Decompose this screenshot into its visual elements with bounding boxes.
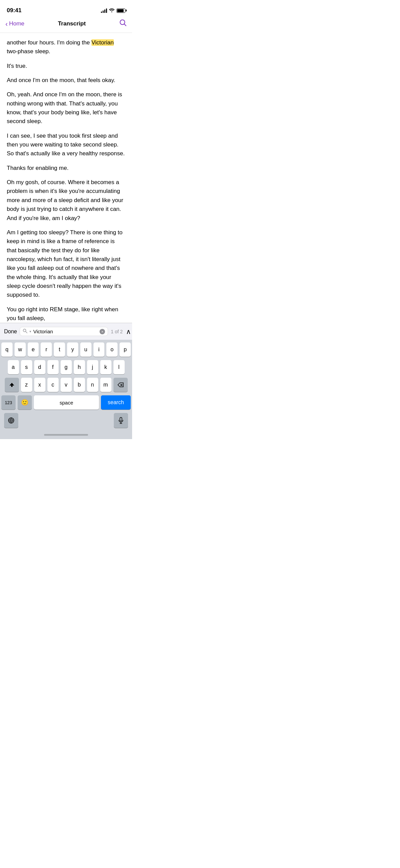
search-button[interactable]: [119, 19, 127, 28]
key-d[interactable]: d: [34, 360, 45, 374]
key-v[interactable]: v: [61, 378, 72, 392]
status-time: 09:41: [7, 7, 21, 14]
paragraph-7: Oh my gosh, of course. Where it becomes …: [7, 178, 125, 223]
back-label: Home: [9, 20, 24, 27]
paragraph-6: Thanks for enabling me.: [7, 164, 125, 173]
key-t[interactable]: t: [54, 342, 65, 357]
svg-rect-8: [120, 417, 122, 421]
key-numbers[interactable]: 123: [1, 395, 16, 410]
battery-icon: [117, 8, 125, 13]
key-o[interactable]: o: [106, 342, 118, 357]
paragraph-4: Oh, yeah. And once I'm on the moon, ther…: [7, 90, 125, 126]
find-count: 1 of 2: [111, 329, 123, 334]
key-z[interactable]: z: [21, 378, 32, 392]
keyboard-row-4: 123 🙂 space search: [1, 395, 131, 410]
home-indicator: [0, 432, 132, 439]
find-input-wrap: ▾ ×: [20, 327, 108, 336]
svg-line-1: [124, 24, 126, 26]
key-e[interactable]: e: [28, 342, 39, 357]
back-button[interactable]: ‹ Home: [5, 20, 24, 27]
key-h[interactable]: h: [74, 360, 85, 374]
page-title: Transcript: [58, 20, 86, 27]
transcript-content: another four hours. I'm doing the Victor…: [0, 33, 132, 323]
status-icons: [101, 8, 125, 13]
key-shift[interactable]: [5, 378, 19, 392]
key-r[interactable]: r: [41, 342, 52, 357]
paragraph-9: You go right into REM stage, like right …: [7, 305, 125, 323]
key-space[interactable]: space: [34, 395, 99, 410]
key-n[interactable]: n: [87, 378, 98, 392]
key-w[interactable]: w: [15, 342, 26, 357]
key-search[interactable]: search: [101, 395, 131, 410]
find-nav-buttons: ∧ ∨: [125, 328, 132, 336]
paragraph-5: I can see, I see that you took first sle…: [7, 132, 125, 158]
key-mic[interactable]: [114, 413, 128, 428]
paragraph-3: And once I'm on the moon, that feels oka…: [7, 76, 125, 85]
back-chevron-icon: ‹: [5, 20, 8, 27]
find-chevron-icon: ▾: [29, 330, 31, 333]
key-delete[interactable]: [113, 378, 128, 392]
key-x[interactable]: x: [34, 378, 45, 392]
home-bar: [44, 434, 88, 436]
keyboard-row-3: z x c v b n m: [1, 378, 131, 392]
wifi-icon: [109, 8, 114, 13]
key-q[interactable]: q: [1, 342, 13, 357]
key-l[interactable]: l: [113, 360, 125, 374]
keyboard: q w e r t y u i o p a s d f g h j k l z …: [0, 340, 132, 432]
keyboard-row-1: q w e r t y u i o p: [1, 342, 131, 357]
key-c[interactable]: c: [47, 378, 59, 392]
find-bar: Done ▾ × 1 of 2 ∧ ∨: [0, 323, 132, 340]
key-globe[interactable]: [4, 413, 18, 428]
find-done-button[interactable]: Done: [4, 329, 17, 335]
key-f[interactable]: f: [47, 360, 59, 374]
key-p[interactable]: p: [120, 342, 131, 357]
nav-bar: ‹ Home Transcript: [0, 16, 132, 33]
key-s[interactable]: s: [21, 360, 32, 374]
key-y[interactable]: y: [67, 342, 78, 357]
status-bar: 09:41: [0, 0, 132, 16]
find-prev-button[interactable]: ∧: [125, 328, 132, 336]
key-u[interactable]: u: [80, 342, 91, 357]
key-i[interactable]: i: [93, 342, 105, 357]
key-k[interactable]: k: [100, 360, 111, 374]
svg-point-2: [23, 329, 26, 332]
paragraph-2: It's true.: [7, 62, 125, 71]
key-g[interactable]: g: [61, 360, 72, 374]
find-input[interactable]: [33, 329, 98, 334]
signal-icon: [101, 8, 107, 13]
svg-line-3: [26, 332, 27, 333]
highlight-victorian: Victorian: [91, 39, 114, 46]
paragraph-8: Am I getting too sleepy? There is one th…: [7, 228, 125, 300]
paragraph-1: another four hours. I'm doing the Victor…: [7, 38, 125, 56]
key-emoji[interactable]: 🙂: [18, 395, 32, 410]
key-j[interactable]: j: [87, 360, 98, 374]
key-m[interactable]: m: [100, 378, 111, 392]
find-search-icon: [23, 329, 27, 334]
key-a[interactable]: a: [8, 360, 19, 374]
keyboard-row-2: a s d f g h j k l: [1, 360, 131, 374]
find-clear-button[interactable]: ×: [100, 329, 105, 334]
key-b[interactable]: b: [74, 378, 85, 392]
